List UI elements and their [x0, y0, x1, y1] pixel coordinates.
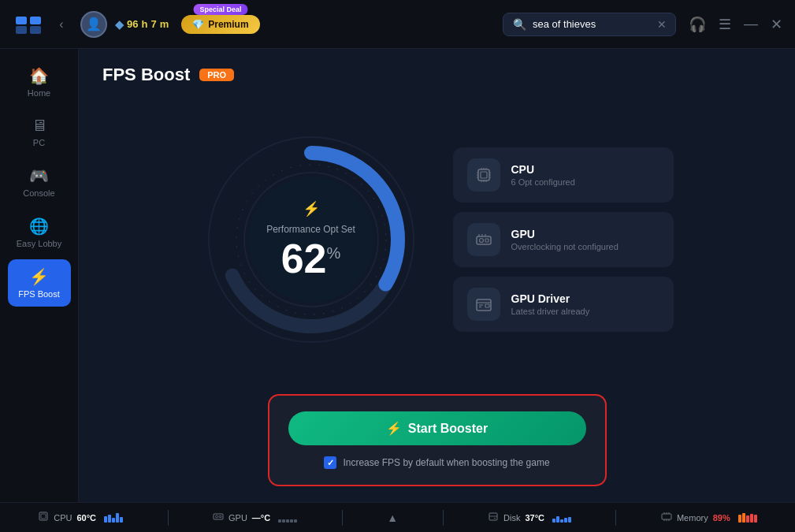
svg-rect-35 — [39, 512, 47, 520]
svg-rect-0 — [16, 17, 27, 24]
diamond-icon: ◆ — [115, 18, 124, 31]
status-gpu: GPU —°C — [213, 511, 297, 524]
svg-rect-1 — [30, 17, 41, 24]
gauge-section: ⚡ Performance Opt Set 62% — [102, 93, 771, 386]
fps-checkbox-row: Increase FPS by default when boosting th… — [324, 456, 549, 469]
cpu-card-subtitle: 6 Opt configured — [511, 177, 659, 187]
sidebar-item-console[interactable]: 🎮 Console — [8, 158, 71, 206]
status-disk-icon — [488, 511, 499, 524]
gpu-card: GPU Overclocking not configured — [453, 212, 674, 267]
sidebar-item-home-label: Home — [28, 88, 50, 98]
minutes-value: 7 — [150, 18, 156, 30]
svg-rect-11 — [481, 172, 487, 178]
close-button[interactable]: ✕ — [771, 16, 782, 33]
sidebar: 🏠 Home 🖥 PC 🎮 Console 🌐 Easy Lobby ⚡ FPS… — [0, 49, 79, 502]
hours-label: h — [141, 18, 147, 30]
gpu-card-text: GPU Overclocking not configured — [511, 228, 659, 251]
search-icon: 🔍 — [513, 18, 526, 31]
status-memory-icon — [661, 511, 672, 524]
status-cpu-graph — [104, 513, 123, 523]
minutes-label: m — [160, 18, 169, 30]
svg-rect-26 — [485, 239, 489, 242]
gpu-driver-card-icon — [467, 288, 500, 321]
gpu-driver-card-text: GPU Driver Latest driver already — [511, 292, 659, 316]
status-cpu-icon — [38, 511, 49, 524]
svg-point-38 — [216, 515, 218, 518]
status-gpu-value: —°C — [252, 513, 270, 523]
cpu-card: CPU 6 Opt configured — [453, 147, 674, 203]
pro-badge: PRO — [199, 69, 234, 81]
status-disk-value: 37°C — [525, 513, 544, 523]
search-bar: 🔍 ✕ — [503, 13, 676, 36]
sidebar-item-pc[interactable]: 🖥 PC — [8, 109, 71, 155]
premium-button[interactable]: Special Deal 💎 Premium — [181, 15, 259, 34]
svg-rect-43 — [662, 514, 671, 519]
titlebar: ‹ 👤 ◆ 96 h 7 m Special Deal 💎 Premium 🔍 … — [0, 0, 795, 49]
app-logo[interactable] — [13, 9, 44, 40]
cpu-card-text: CPU 6 Opt configured — [511, 163, 659, 187]
gauge-value: 62% — [281, 238, 341, 279]
page-title: FPS Boost — [102, 65, 190, 85]
status-memory-label: Memory — [677, 513, 708, 523]
gauge-bolt-icon: ⚡ — [303, 200, 320, 218]
sidebar-item-pc-label: PC — [33, 138, 45, 147]
cpu-card-title: CPU — [511, 163, 659, 176]
titlebar-actions: 🎧 ☰ — ✕ — [689, 16, 782, 33]
status-cpu: CPU 60°C — [38, 511, 123, 524]
svg-rect-39 — [219, 516, 221, 518]
premium-icon: 💎 — [192, 19, 204, 30]
status-memory: Memory 89% — [661, 511, 757, 524]
avatar[interactable]: 👤 — [80, 11, 107, 38]
status-divider-4 — [615, 510, 616, 526]
start-booster-button[interactable]: ⚡ Start Booster — [288, 411, 586, 445]
status-memory-value: 89% — [713, 513, 730, 523]
svg-rect-30 — [477, 299, 491, 311]
minimize-button[interactable]: — — [744, 16, 758, 32]
menu-icon[interactable]: ☰ — [719, 16, 731, 33]
gpu-card-title: GPU — [511, 228, 659, 240]
fps-default-checkbox[interactable] — [324, 456, 336, 469]
svg-rect-40 — [489, 513, 497, 520]
home-icon: 🏠 — [29, 66, 49, 85]
console-icon: 🎮 — [29, 166, 49, 185]
gauge-container: ⚡ Performance Opt Set 62% — [201, 129, 422, 350]
hours-value: 96 — [127, 18, 138, 30]
gpu-driver-card: GPU Driver Latest driver already — [453, 277, 674, 332]
special-deal-badge: Special Deal — [193, 4, 247, 15]
sidebar-item-easy-lobby-label: Easy Lobby — [17, 239, 61, 248]
sidebar-item-easy-lobby[interactable]: 🌐 Easy Lobby — [8, 209, 71, 256]
search-input[interactable] — [533, 18, 651, 30]
status-cpu-label: CPU — [54, 513, 72, 523]
pc-icon: 🖥 — [32, 117, 47, 135]
booster-section: ⚡ Start Booster Increase FPS by default … — [268, 394, 607, 486]
booster-bolt-icon: ⚡ — [386, 421, 402, 436]
status-gpu-label: GPU — [228, 513, 247, 523]
sidebar-item-fps-boost[interactable]: ⚡ FPS Boost — [8, 259, 71, 307]
gauge-unit: % — [327, 244, 341, 262]
gpu-card-subtitle: Overclocking not configured — [511, 242, 659, 251]
status-disk-graph — [552, 513, 571, 523]
sidebar-item-console-label: Console — [23, 188, 54, 198]
gauge-inner: ⚡ Performance Opt Set 62% — [266, 200, 355, 279]
gpu-driver-card-subtitle: Latest driver already — [511, 307, 659, 316]
svg-rect-3 — [30, 26, 41, 34]
status-gpu-graph — [278, 513, 297, 523]
svg-point-25 — [479, 239, 483, 243]
status-cpu-value: 60°C — [76, 513, 96, 523]
chevron-up-icon[interactable]: ▲ — [387, 512, 398, 524]
gpu-card-icon — [467, 223, 500, 256]
search-clear-button[interactable]: ✕ — [657, 18, 667, 31]
user-section: 👤 ◆ 96 h 7 m — [80, 11, 169, 38]
support-icon[interactable]: 🎧 — [689, 16, 706, 33]
info-cards: CPU 6 Opt configured GPU — [453, 147, 674, 332]
start-booster-label: Start Booster — [408, 422, 488, 436]
status-gpu-icon — [213, 511, 224, 524]
page-header: FPS Boost PRO — [102, 65, 234, 85]
sidebar-item-fps-boost-label: FPS Boost — [18, 289, 60, 299]
svg-rect-34 — [485, 304, 489, 307]
sidebar-item-home[interactable]: 🏠 Home — [8, 58, 71, 106]
status-divider-3 — [443, 510, 444, 526]
hours-badge: ◆ 96 h 7 m — [115, 18, 169, 31]
back-button[interactable]: ‹ — [50, 13, 72, 35]
premium-label: Premium — [208, 19, 248, 30]
